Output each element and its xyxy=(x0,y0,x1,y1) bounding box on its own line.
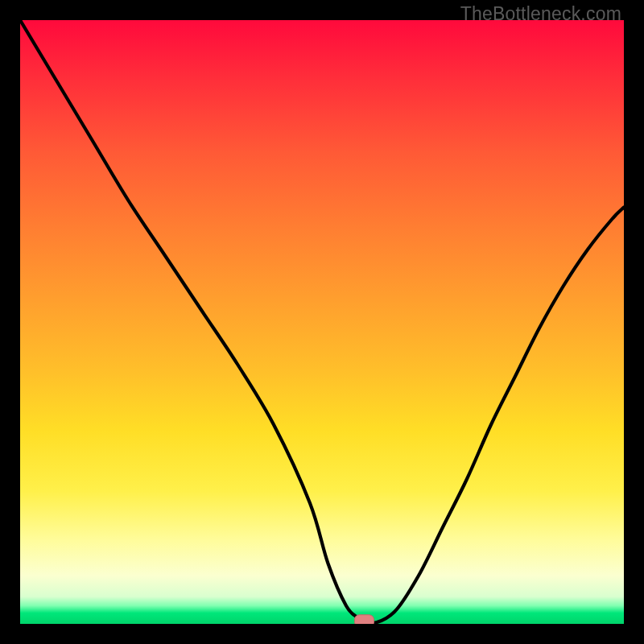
plot-area xyxy=(20,20,624,624)
chart-frame: TheBottleneck.com xyxy=(0,0,644,644)
bottleneck-curve xyxy=(20,20,624,624)
plot-svg xyxy=(20,20,624,624)
watermark-text: TheBottleneck.com xyxy=(460,3,621,25)
optimum-marker xyxy=(355,615,374,624)
